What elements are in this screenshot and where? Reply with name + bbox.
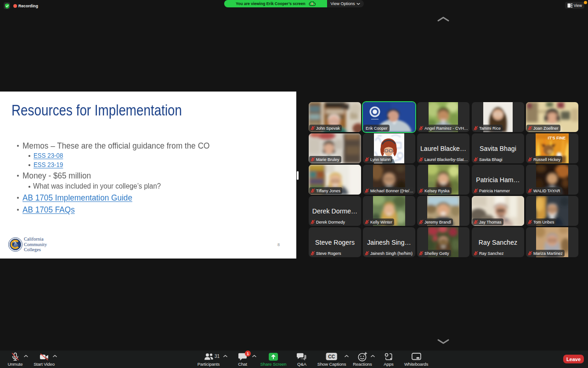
svg-text:CC: CC: [328, 354, 335, 359]
svg-text:IT'S FINE: IT'S FINE: [548, 136, 566, 140]
